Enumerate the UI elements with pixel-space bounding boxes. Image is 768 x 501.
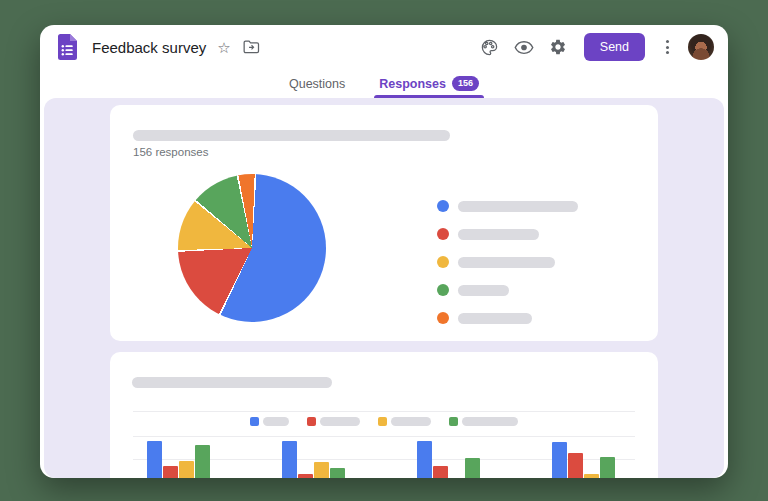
red-bar bbox=[568, 453, 583, 478]
red-bar bbox=[433, 466, 448, 478]
pie-question-card: 156 responses bbox=[110, 105, 658, 341]
move-to-folder-icon[interactable] bbox=[243, 40, 260, 54]
blue-bar bbox=[282, 441, 297, 478]
google-forms-icon bbox=[58, 34, 77, 60]
tab-bar: Questions Responses 156 bbox=[40, 69, 728, 98]
preview-eye-icon[interactable] bbox=[514, 40, 534, 55]
pie-legend-row bbox=[437, 284, 578, 296]
blue-bar bbox=[147, 441, 162, 478]
pie-legend-row bbox=[437, 256, 578, 268]
star-icon[interactable]: ☆ bbox=[217, 40, 230, 55]
form-title: Feedback survey bbox=[92, 39, 206, 56]
tab-questions[interactable]: Questions bbox=[287, 69, 347, 98]
pie-legend-row bbox=[437, 228, 578, 240]
yellow-bar bbox=[584, 474, 599, 478]
bar-group-2 bbox=[282, 441, 346, 478]
responses-content-area: 156 responses bbox=[44, 98, 724, 478]
settings-gear-icon[interactable] bbox=[549, 38, 567, 56]
legend-label-skeleton bbox=[458, 313, 532, 324]
theme-palette-icon[interactable] bbox=[480, 38, 499, 57]
pie-legend bbox=[437, 200, 578, 324]
red-legend-dot bbox=[437, 228, 449, 240]
legend-label-skeleton bbox=[458, 201, 578, 212]
bar-chart-groups bbox=[110, 352, 658, 478]
yellow-bar bbox=[314, 462, 329, 478]
red-bar bbox=[163, 466, 178, 478]
account-avatar[interactable] bbox=[688, 34, 714, 60]
send-button[interactable]: Send bbox=[584, 33, 645, 61]
blue-legend-dot bbox=[437, 200, 449, 212]
red-bar bbox=[298, 474, 313, 478]
legend-label-skeleton bbox=[458, 257, 555, 268]
yellow-bar bbox=[179, 461, 194, 478]
question-title-skeleton bbox=[133, 130, 450, 141]
pie-legend-row bbox=[437, 200, 578, 212]
responses-count-text: 156 responses bbox=[133, 146, 208, 158]
green-bar bbox=[465, 458, 480, 478]
app-bar-right: Send bbox=[480, 33, 714, 61]
blue-bar bbox=[552, 442, 567, 478]
green-bar bbox=[330, 468, 345, 478]
pie-chart bbox=[178, 174, 326, 322]
green-bar bbox=[600, 457, 615, 478]
blue-bar bbox=[417, 441, 432, 478]
green-legend-dot bbox=[437, 284, 449, 296]
pie-legend-row bbox=[437, 312, 578, 324]
app-bar-left: Feedback survey ☆ bbox=[58, 34, 260, 60]
responses-count-badge: 156 bbox=[452, 76, 479, 91]
bar-group-1 bbox=[147, 441, 211, 478]
desktop-background: Feedback survey ☆ bbox=[0, 0, 768, 501]
yellow-legend-dot bbox=[437, 256, 449, 268]
legend-label-skeleton bbox=[458, 285, 509, 296]
app-bar: Feedback survey ☆ bbox=[40, 25, 728, 69]
legend-label-skeleton bbox=[458, 229, 539, 240]
google-forms-window: Feedback survey ☆ bbox=[40, 25, 728, 478]
tab-questions-label: Questions bbox=[289, 77, 345, 91]
tab-responses-label: Responses bbox=[379, 77, 446, 91]
bar-group-4 bbox=[552, 442, 616, 478]
bar-question-card bbox=[110, 352, 658, 478]
orange-legend-dot bbox=[437, 312, 449, 324]
tab-responses[interactable]: Responses 156 bbox=[377, 69, 481, 98]
bar-group-3 bbox=[417, 441, 481, 478]
more-options-kebab-icon[interactable] bbox=[662, 36, 673, 58]
green-bar bbox=[195, 445, 210, 478]
